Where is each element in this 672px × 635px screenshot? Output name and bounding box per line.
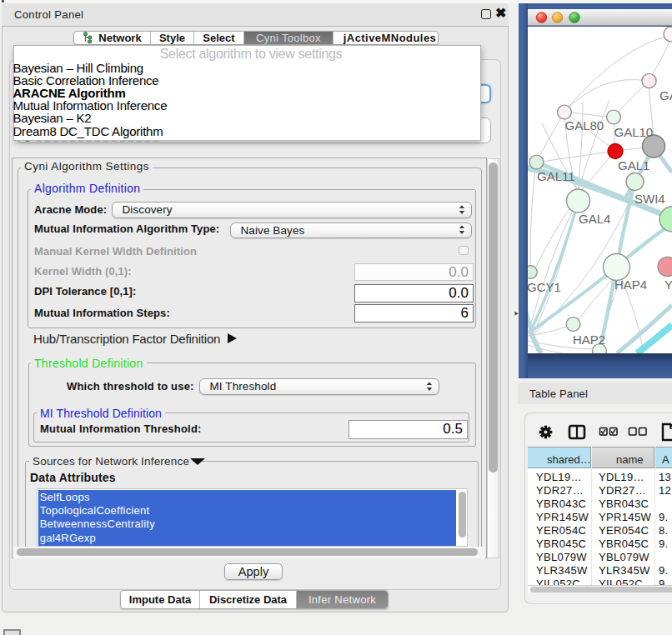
svg-text:HAP2: HAP2 xyxy=(573,332,605,347)
svg-text:GAL10: GAL10 xyxy=(614,125,654,139)
svg-text:GAL80: GAL80 xyxy=(565,118,604,132)
svg-text:GAL4: GAL4 xyxy=(579,212,610,226)
svg-text:GAL11: GAL11 xyxy=(537,169,575,183)
svg-text:HAP4: HAP4 xyxy=(614,278,647,292)
svg-text:GAL1: GAL1 xyxy=(618,158,649,172)
svg-text:SWI4: SWI4 xyxy=(634,192,665,206)
svg-text:GCY1: GCY1 xyxy=(528,280,561,294)
svg-text:GAL2: GAL2 xyxy=(659,88,672,102)
svg-text:Y: Y xyxy=(664,278,672,292)
